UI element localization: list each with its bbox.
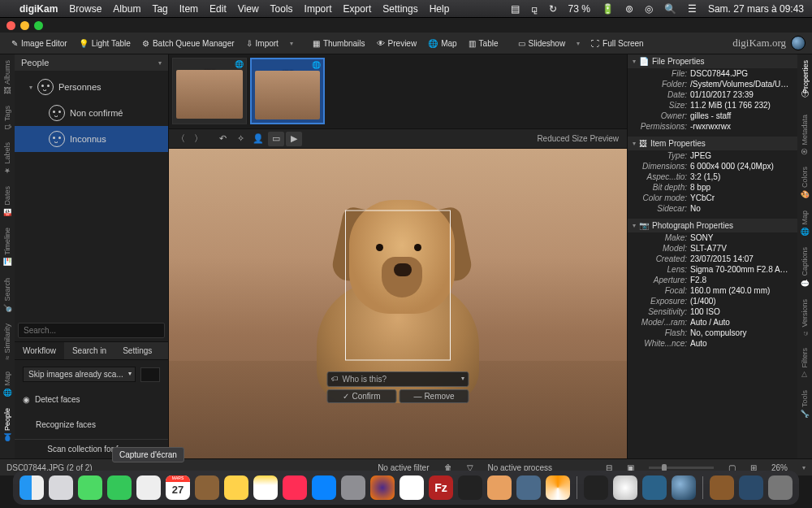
tree-inconnus[interactable]: Inconnus	[15, 126, 168, 152]
dock-trash[interactable]	[768, 475, 793, 500]
dock-terminal[interactable]	[458, 475, 482, 500]
rail-tools[interactable]: 🔧Tools	[800, 388, 810, 421]
rail-captions[interactable]: 💬Captions	[800, 245, 810, 290]
face-detection-box[interactable]	[345, 210, 451, 360]
dock-firefox[interactable]	[370, 475, 395, 500]
menu-help[interactable]: Help	[430, 3, 450, 15]
people-panel-header[interactable]: People▾	[15, 54, 168, 71]
rail-albums[interactable]: 🖼Albums	[2, 58, 12, 97]
menu-import[interactable]: Import	[304, 3, 332, 15]
siri-icon[interactable]: ☰	[688, 3, 697, 15]
slideshow-button[interactable]: ▭Slideshow	[513, 37, 571, 50]
dock-app-1[interactable]	[195, 475, 219, 500]
sync-icon[interactable]: ↻	[549, 3, 557, 15]
dock-folder-2[interactable]	[739, 475, 763, 500]
recognize-faces-button[interactable]: Recognize faces	[23, 417, 160, 432]
dock-finder[interactable]	[19, 475, 44, 500]
menu-export[interactable]: Export	[343, 3, 372, 15]
rail-tags[interactable]: 🏷Tags	[2, 103, 12, 133]
person-button[interactable]: 👤	[250, 132, 266, 146]
rail-map-r[interactable]: 🌐Map	[800, 208, 810, 239]
play-button[interactable]: ▶	[286, 132, 302, 146]
rail-labels[interactable]: ★Labels	[2, 140, 12, 177]
dock-textedit[interactable]	[400, 475, 424, 500]
close-window-button[interactable]	[6, 21, 15, 30]
skip-field[interactable]	[140, 367, 160, 382]
map-button[interactable]: 🌐Map	[423, 37, 461, 50]
rail-filters[interactable]: ▽Filters	[800, 345, 810, 381]
clock[interactable]: Sam. 27 mars à 09:43	[708, 3, 804, 15]
thumbnails-button[interactable]: ▦Thumbnails	[308, 37, 370, 50]
maximize-window-button[interactable]	[34, 21, 43, 30]
face-tool-button[interactable]: ✧	[232, 132, 248, 146]
tab-search-in[interactable]: Search in	[64, 342, 114, 359]
menu-tools[interactable]: Tools	[270, 3, 293, 15]
dock-settings[interactable]	[341, 475, 365, 500]
dock-app-2[interactable]	[224, 475, 248, 500]
light-table-button[interactable]: 💡Light Table	[74, 37, 136, 50]
dock-activity[interactable]	[584, 475, 608, 500]
spotlight-icon[interactable]: 🔍	[664, 3, 676, 15]
dock-app-3[interactable]	[487, 475, 512, 500]
brand-link[interactable]: digiKam.org	[732, 36, 806, 50]
wifi-icon[interactable]: ⊚	[625, 3, 633, 15]
who-is-this-input[interactable]: Who is this?	[327, 371, 469, 387]
dock-app-4[interactable]	[613, 475, 637, 500]
import-button[interactable]: ⇩Import	[241, 37, 283, 50]
dock-filezilla[interactable]: Fz	[429, 475, 453, 500]
dock-calendar[interactable]: MARS27	[166, 475, 190, 500]
bluetooth-icon[interactable]: ⚼	[531, 3, 538, 15]
dock-folder-1[interactable]	[710, 475, 734, 500]
thumbnail-2[interactable]: 🌐 JPG	[250, 58, 325, 124]
preview-button[interactable]: 👁Preview	[372, 37, 422, 50]
dock-facetime[interactable]	[107, 475, 132, 500]
menu-settings[interactable]: Settings	[382, 3, 417, 15]
file-properties-header[interactable]: ▾📄File Properties	[628, 54, 797, 68]
control-center-icon[interactable]: ◎	[645, 3, 653, 15]
app-name[interactable]: digiKam	[19, 3, 58, 15]
tab-workflow[interactable]: Workflow	[15, 342, 64, 359]
rail-people[interactable]: 👤People	[2, 406, 12, 445]
menu-view[interactable]: View	[238, 3, 259, 15]
dock-virtualbox[interactable]	[516, 475, 541, 500]
dock-notes[interactable]	[253, 475, 278, 500]
image-editor-button[interactable]: ✎Image Editor	[6, 37, 72, 50]
tree-non-confirme[interactable]: Non confirmé	[15, 100, 168, 126]
skip-images-select[interactable]: Skip images already sca...	[23, 367, 136, 382]
menu-tag[interactable]: Tag	[152, 3, 167, 15]
zoom-dropdown[interactable]: ▾	[802, 464, 806, 471]
tag-button[interactable]: ▭	[268, 132, 284, 146]
confirm-button[interactable]: ✓Confirm	[327, 389, 397, 403]
dock-launchpad[interactable]	[49, 475, 73, 500]
prev-button[interactable]: 〈	[172, 132, 188, 146]
rail-colors[interactable]: 🎨Colors	[800, 164, 810, 202]
dock-screenshot[interactable]	[136, 475, 161, 500]
rail-map[interactable]: 🌐Map	[2, 369, 12, 400]
thumbnail-1[interactable]: 🌐 JPG	[172, 58, 247, 124]
menu-item[interactable]: Item	[179, 3, 198, 15]
menu-edit[interactable]: Edit	[209, 3, 227, 15]
dock-digikam[interactable]	[672, 475, 696, 500]
tree-personnes[interactable]: ▾Personnes	[15, 74, 168, 100]
fullscreen-button[interactable]: ⛶Full Screen	[586, 37, 649, 50]
slideshow-dropdown[interactable]: ▾	[572, 37, 585, 50]
minimize-window-button[interactable]	[20, 21, 29, 30]
photo-properties-header[interactable]: ▾📷Photograph Properties	[628, 219, 797, 232]
dock-app-5[interactable]	[642, 475, 667, 500]
dock-appstore[interactable]	[312, 475, 336, 500]
table-button[interactable]: ▥Table	[464, 37, 503, 50]
batch-queue-button[interactable]: ⚙Batch Queue Manager	[137, 37, 240, 50]
dock-music[interactable]	[283, 475, 307, 500]
item-properties-header[interactable]: ▾🖼Item Properties	[628, 137, 797, 150]
detect-faces-radio[interactable]: ◉Detect faces	[23, 392, 160, 407]
tray-icon[interactable]: ▤	[511, 3, 520, 15]
rail-versions[interactable]: ⎌Versions	[800, 297, 810, 340]
menu-browse[interactable]: Browse	[69, 3, 102, 15]
rail-timeline[interactable]: 📊Timeline	[2, 225, 12, 269]
rail-properties[interactable]: ⓘProperties	[799, 58, 811, 106]
zoom-slider[interactable]	[649, 467, 714, 469]
rail-dates[interactable]: 📅Dates	[2, 184, 12, 219]
search-input[interactable]	[18, 323, 165, 338]
rail-search[interactable]: 🔍Search	[2, 276, 12, 315]
dock-messages[interactable]	[78, 475, 102, 500]
